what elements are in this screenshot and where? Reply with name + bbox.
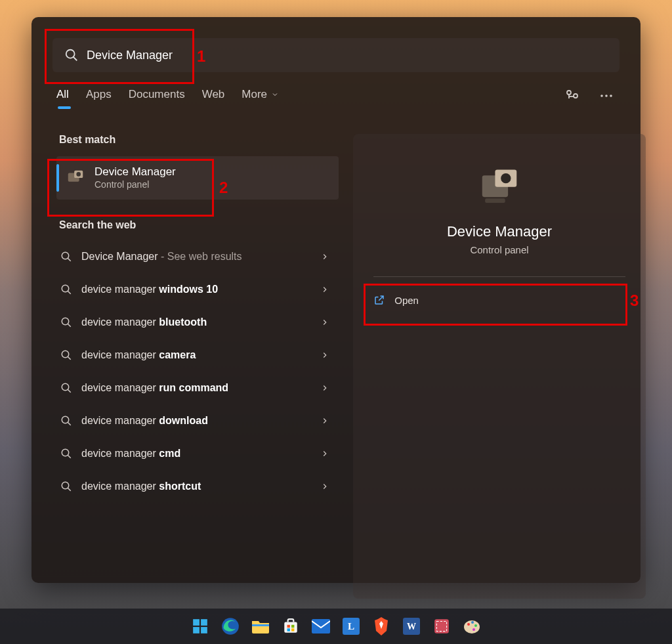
svg-point-14	[62, 318, 69, 325]
chevron-right-icon	[320, 416, 329, 425]
web-result-item[interactable]: device manager cmd	[56, 437, 339, 470]
microsoft-store-icon[interactable]	[280, 615, 302, 637]
device-manager-large-icon	[476, 165, 522, 211]
tab-web[interactable]: Web	[202, 88, 225, 101]
tab-documents[interactable]: Documents	[129, 88, 185, 101]
svg-point-18	[62, 383, 69, 391]
tab-more[interactable]: More	[242, 88, 279, 101]
svg-rect-41	[312, 619, 330, 633]
svg-point-20	[62, 416, 69, 423]
svg-rect-35	[252, 624, 269, 626]
preview-pane: Device Manager Control panel Open	[353, 134, 646, 599]
search-icon	[60, 481, 72, 492]
start-icon[interactable]	[189, 615, 211, 637]
search-web-heading: Search the web	[59, 219, 339, 231]
tab-label: Documents	[129, 88, 185, 101]
svg-point-10	[62, 252, 69, 259]
svg-line-19	[68, 389, 71, 393]
word-icon[interactable]: W	[400, 615, 423, 637]
chevron-right-icon	[320, 318, 329, 327]
tab-label: Apps	[86, 88, 112, 101]
open-label: Open	[394, 295, 419, 306]
web-result-text: device manager bluetooth	[81, 316, 320, 328]
svg-point-3	[574, 94, 578, 98]
svg-rect-39	[287, 628, 290, 631]
best-match-text: Device Manager Control panel	[94, 165, 176, 190]
svg-point-22	[62, 449, 69, 456]
svg-point-6	[610, 95, 612, 97]
svg-point-16	[62, 351, 69, 358]
web-result-text: device manager run command	[81, 382, 320, 394]
edge-icon[interactable]	[219, 615, 242, 637]
svg-point-51	[474, 624, 477, 627]
search-icon	[60, 316, 72, 328]
web-result-text: device manager camera	[81, 349, 320, 361]
results-left-column: Best match Device Manager Control panel …	[56, 134, 339, 503]
svg-rect-40	[291, 628, 294, 631]
svg-rect-29	[485, 198, 505, 203]
svg-line-21	[68, 422, 71, 425]
web-result-text: device manager cmd	[81, 448, 320, 460]
chevron-right-icon	[320, 449, 329, 458]
file-explorer-icon[interactable]	[249, 615, 272, 637]
chevron-right-icon	[320, 285, 329, 294]
l-app-icon[interactable]: L	[340, 615, 362, 637]
paint-icon[interactable]	[461, 615, 483, 637]
web-result-item[interactable]: device manager windows 10	[56, 273, 339, 306]
svg-line-23	[68, 455, 71, 458]
search-icon	[60, 448, 72, 460]
desktop-background: All Apps Documents Web More Best match	[0, 0, 672, 644]
svg-point-0	[66, 50, 75, 58]
svg-point-49	[467, 623, 470, 626]
open-action[interactable]: Open	[368, 286, 631, 314]
best-match-result[interactable]: Device Manager Control panel	[56, 156, 339, 200]
search-icon	[60, 415, 72, 427]
header-action-icons	[564, 88, 614, 104]
tab-label: Web	[202, 88, 225, 101]
svg-point-2	[567, 91, 571, 95]
svg-text:W: W	[407, 621, 416, 632]
search-bar[interactable]	[52, 38, 620, 72]
svg-rect-32	[193, 627, 200, 633]
web-result-item[interactable]: device manager camera	[56, 339, 339, 372]
web-result-item[interactable]: device manager shortcut	[56, 470, 339, 503]
best-match-subtitle: Control panel	[94, 179, 176, 190]
web-result-item[interactable]: device manager download	[56, 404, 339, 437]
svg-text:L: L	[348, 620, 354, 632]
best-match-title: Device Manager	[94, 165, 176, 179]
search-icon	[60, 284, 72, 295]
snip-icon[interactable]	[430, 615, 453, 637]
more-options-icon[interactable]	[598, 88, 614, 104]
mail-icon[interactable]	[310, 615, 332, 637]
svg-point-52	[472, 628, 475, 631]
tab-apps[interactable]: Apps	[86, 88, 112, 101]
preview-divider	[373, 276, 625, 277]
svg-line-1	[74, 57, 77, 61]
svg-line-13	[68, 291, 71, 294]
svg-rect-36	[284, 622, 297, 633]
tab-all[interactable]: All	[56, 88, 69, 101]
tab-label: All	[56, 88, 69, 101]
best-match-heading: Best match	[59, 134, 339, 146]
tab-label: More	[242, 88, 267, 101]
web-result-item[interactable]: Device Manager - See web results	[56, 240, 339, 273]
account-org-icon[interactable]	[564, 88, 580, 104]
preview-subtitle: Control panel	[470, 244, 528, 255]
web-result-item[interactable]: device manager bluetooth	[56, 306, 339, 339]
open-external-icon	[373, 294, 385, 306]
svg-line-15	[68, 324, 71, 327]
svg-line-17	[68, 356, 71, 360]
web-result-item[interactable]: device manager run command	[56, 372, 339, 404]
brave-icon[interactable]	[370, 615, 392, 637]
chevron-down-icon	[271, 91, 279, 98]
web-result-text: device manager windows 10	[81, 284, 320, 295]
web-result-text: device manager shortcut	[81, 481, 320, 492]
chevron-right-icon	[320, 383, 329, 393]
search-input[interactable]	[79, 49, 620, 62]
search-icon	[60, 349, 72, 361]
svg-line-11	[68, 258, 71, 261]
svg-point-50	[471, 621, 474, 624]
search-icon	[60, 251, 72, 263]
filter-tabs: All Apps Documents Web More	[56, 88, 279, 101]
svg-point-28	[501, 173, 511, 183]
